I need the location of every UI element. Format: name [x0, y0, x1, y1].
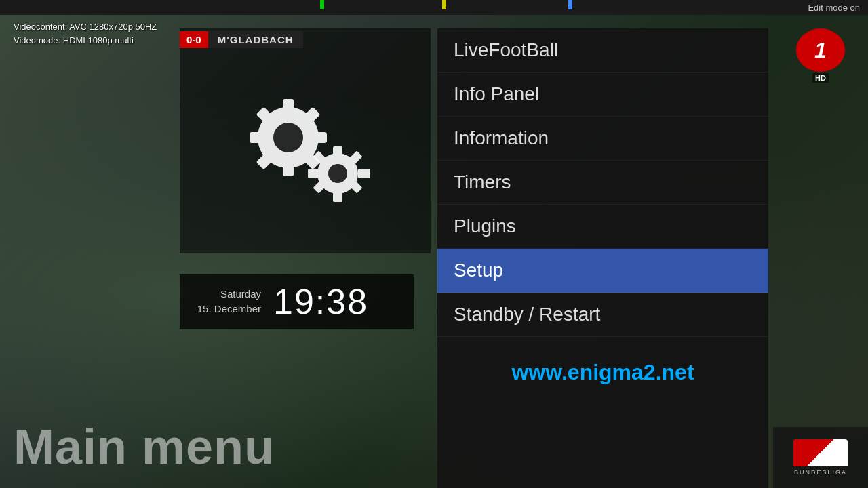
- gears-panel: [180, 28, 431, 253]
- menu-panel: LiveFootBall Info Panel Information Time…: [437, 28, 768, 488]
- team-name: M'GLADBACH: [208, 31, 303, 48]
- datetime-panel: Saturday 15. December 19:38: [180, 274, 414, 329]
- svg-rect-4: [250, 132, 264, 143]
- bundesliga-label: BUNDESLIGA: [794, 469, 847, 476]
- svg-point-11: [328, 164, 347, 183]
- menu-item-information[interactable]: Information: [437, 117, 768, 161]
- date-part: Saturday 15. December: [193, 287, 261, 317]
- score-overlay: 0-0 M'GLADBACH: [180, 28, 303, 50]
- channel-logo: 1 HD: [773, 28, 868, 83]
- top-bar: Edit mode on: [0, 0, 868, 15]
- indicator-green: [320, 0, 324, 9]
- svg-rect-12: [333, 146, 342, 159]
- channel-hd-label: HD: [812, 73, 829, 83]
- menu-item-standby[interactable]: Standby / Restart: [437, 293, 768, 337]
- gears-icon: [224, 66, 387, 216]
- video-info: Videocontent: AVC 1280x720p 50HZ Videomo…: [14, 20, 157, 47]
- date-label: 15. December: [193, 302, 261, 317]
- main-menu-label: Main menu: [14, 419, 275, 474]
- indicator-blue: [568, 0, 572, 9]
- svg-rect-3: [283, 161, 294, 176]
- edit-mode-label: Edit mode on: [808, 3, 860, 13]
- channel-circle: 1: [796, 28, 845, 72]
- menu-item-timers[interactable]: Timers: [437, 161, 768, 205]
- svg-rect-13: [333, 190, 342, 202]
- website-label: www.enigma2.net: [437, 344, 768, 401]
- menu-item-livefootball[interactable]: LiveFootBall: [437, 28, 768, 73]
- bundesliga-logo: BUNDESLIGA: [773, 427, 868, 488]
- svg-point-1: [273, 123, 303, 152]
- indicator-yellow: [442, 0, 446, 9]
- channel-number: 1: [814, 38, 827, 63]
- menu-item-infopanel[interactable]: Info Panel: [437, 73, 768, 117]
- video-info-line2: Videomode: HDMI 1080p multi: [14, 34, 157, 47]
- video-info-line1: Videocontent: AVC 1280x720p 50HZ: [14, 20, 157, 34]
- svg-rect-14: [308, 169, 320, 178]
- bundesliga-graphic: [793, 439, 848, 466]
- menu-item-setup[interactable]: Setup: [437, 249, 768, 293]
- score-value: 0-0: [180, 31, 208, 48]
- time-display: 19:38: [273, 281, 368, 322]
- svg-rect-2: [283, 99, 294, 114]
- svg-rect-15: [358, 169, 370, 178]
- svg-rect-5: [312, 132, 327, 143]
- day-label: Saturday: [193, 287, 261, 302]
- menu-item-plugins[interactable]: Plugins: [437, 205, 768, 249]
